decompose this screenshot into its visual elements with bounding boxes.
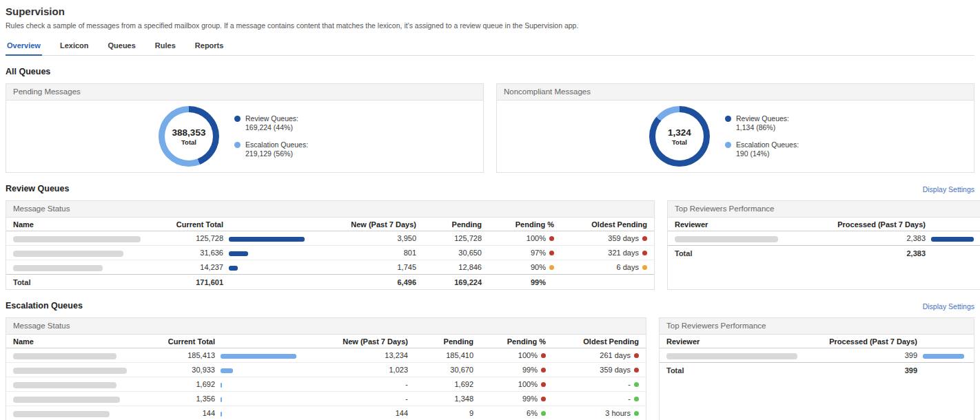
pending-donut-center: 388,353 Total [165,112,213,160]
status-dot [642,251,647,255]
total-label: Total [675,249,808,258]
table-row[interactable]: 125,728 3,950 125,728 100% 359 days [6,231,654,246]
bar-cell [917,351,967,359]
escalation-top-reviewers-title: Top Reviewers Performance [660,318,974,335]
col-current-total: Current Total [132,337,215,346]
pending-pct-cell: 99% [473,366,546,374]
legend-label: Escalation Queues: [245,140,308,149]
pending-pct-cell: 90% [482,263,554,271]
status-dot [541,397,546,401]
bar-cell [215,409,305,417]
current-total-bar [221,383,222,388]
processed-cell: 2,383 [808,234,926,242]
tab-rules[interactable]: Rules [154,38,177,55]
bar-cell [215,366,305,374]
new-7-days-cell: - [305,395,408,403]
processed-cell: 399 [800,351,917,359]
table-row[interactable]: 31,636 801 30,650 97% 321 days [6,246,654,260]
tab-queues[interactable]: Queues [107,38,137,55]
noncompliant-messages-card: Noncompliant Messages 1,324 Total Review… [496,83,974,173]
status-dot [541,382,546,387]
review-queues-cards: Message Status Name Current Total New (P… [6,200,974,290]
legend-label: Review Queues: [245,114,298,123]
pending-donut-chart: 388,353 Total [159,106,219,167]
pending-messages-chart: 388,353 Total Review Queues: 169,224 (44… [6,101,483,172]
new-7-days-cell: 1,745 [313,263,416,271]
all-queues-cards: Pending Messages 388,353 Total Review Qu… [6,83,974,173]
bar-cell [223,234,313,242]
pending-pct-cell: 100% [473,351,546,359]
pending-pct-cell: 99% [473,395,546,403]
legend-item-escalation: Escalation Queues: 219,129 (56%) [234,140,331,158]
table-header-row: Reviewer Processed (Past 7 Days) [660,335,974,348]
tab-overview[interactable]: Overview [6,38,42,56]
table-row[interactable]: 399 [660,348,974,363]
col-oldest-pending: Oldest Pending [546,337,639,346]
review-queues-heading: Review Queues [6,184,69,193]
table-row[interactable]: 144 144 9 6% 3 hours [6,406,646,420]
noncompliant-donut-chart: 1,324 Total [649,106,710,167]
legend-value: 190 (14%) [736,149,769,158]
oldest-pending-cell: 359 days [546,366,639,374]
pending-pct-cell: 6% [473,409,546,417]
pending-cell: 9 [408,409,473,417]
escalation-display-settings-link[interactable]: Display Settings [923,302,974,311]
legend-value: 169,224 (44%) [245,123,293,132]
status-dot [642,265,647,270]
pending-cell: 1,692 [408,380,473,388]
queue-name-cell [13,351,132,359]
tab-reports[interactable]: Reports [194,38,225,55]
oldest-pending-cell: 6 days [554,263,647,271]
current-total-bar [229,251,248,256]
bar-cell [215,380,305,388]
pending-cell: 125,728 [416,234,482,242]
col-reviewer: Reviewer [666,337,800,346]
redacted-queue-name [13,251,123,257]
status-dot [549,265,554,270]
queue-name-cell [13,395,132,403]
review-queues-section-head: Review Queues Display Settings [6,184,974,193]
oldest-pending-cell: - [546,395,639,403]
pending-pct-cell: 100% [482,234,554,242]
current-total-bar [221,397,222,402]
legend-value: 1,134 (86%) [736,123,775,132]
oldest-pending-cell: 261 days [546,351,639,359]
col-oldest-pending: Oldest Pending [554,220,647,229]
current-total-cell: 185,413 [132,351,215,359]
col-pending: Pending [416,220,482,229]
table-row[interactable]: 1,692 - 1,692 100% - [6,377,646,392]
table-total-row: Total 171,601 6,496 169,224 99% [6,274,654,289]
table-row[interactable]: 30,933 1,023 30,670 99% 359 days [6,363,646,377]
pending-pct-cell: 97% [482,249,554,257]
redacted-reviewer-name [675,236,778,242]
table-row[interactable]: 2,383 [668,231,980,246]
new-7-days-cell: - [305,380,408,388]
noncompliant-total-label: Total [672,138,687,146]
noncompliant-messages-card-title: Noncompliant Messages [497,84,974,101]
noncompliant-messages-chart: 1,324 Total Review Queues: 1,134 (86%) [497,101,974,172]
processed-bar [931,237,974,242]
redacted-reviewer-name [666,353,797,359]
table-row[interactable]: 1,356 - 1,348 99% - [6,392,646,406]
page-subtitle: Rules check a sample of messages from a … [6,21,974,30]
table-row[interactable]: 185,413 13,234 185,410 100% 261 days [6,348,646,363]
current-total-bar [229,237,305,242]
escalation-queues-heading: Escalation Queues [6,301,83,311]
all-queues-section-head: All Queues [6,67,974,76]
current-total-bar [221,368,233,373]
reviewer-name-cell [666,351,800,359]
review-display-settings-link[interactable]: Display Settings [923,185,974,193]
escalation-legend-text: Escalation Queues: 219,129 (56%) [245,140,308,158]
table-row[interactable]: 14,237 1,745 12,846 90% 6 days [6,260,654,275]
tab-lexicon[interactable]: Lexicon [59,38,90,55]
redacted-queue-name [13,368,127,374]
queue-name-cell [13,234,141,242]
oldest-pending-cell: 321 days [554,249,647,257]
col-current-total: Current Total [141,220,223,229]
current-total-cell: 1,356 [132,395,215,403]
status-dot [541,411,546,416]
escalation-top-reviewers-card: Top Reviewers Performance Reviewer Proce… [659,317,974,420]
escalation-legend-text: Escalation Queues: 190 (14%) [736,140,799,158]
total-pending: 169,224 [416,278,482,286]
redacted-queue-name [13,236,141,242]
